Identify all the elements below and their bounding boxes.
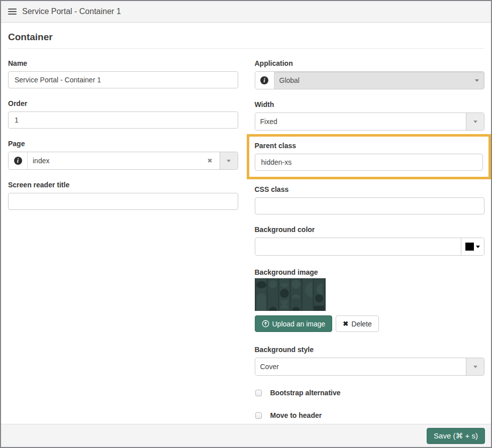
chevron-down-icon — [227, 160, 231, 162]
css-class-label: CSS class — [255, 185, 485, 193]
width-value: Fixed — [255, 113, 466, 130]
bootstrap-alternative-checkbox[interactable] — [255, 390, 262, 396]
application-select: Global — [274, 72, 484, 89]
container-edit-modal: Service Portal - Container 1 Container N… — [0, 0, 492, 448]
width-select[interactable]: Fixed — [255, 113, 485, 131]
delete-label: Delete — [351, 320, 371, 328]
order-input[interactable] — [8, 111, 238, 129]
chevron-down-icon — [476, 246, 480, 248]
field-application: Application i Global — [255, 59, 485, 89]
width-value-text: Fixed — [260, 118, 277, 126]
background-color-label: Background color — [255, 226, 485, 234]
modal-footer: Save (⌘ + s) — [1, 424, 491, 447]
field-background-color: Background color — [255, 226, 485, 256]
application-info-addon[interactable]: i — [255, 72, 274, 89]
background-image-thumbnail — [255, 278, 326, 311]
page-dropdown-button[interactable] — [220, 152, 238, 169]
heading-divider — [8, 48, 484, 49]
move-to-header-row: Move to header — [255, 411, 485, 419]
field-order: Order — [8, 99, 238, 129]
screen-reader-title-label: Screen reader title — [8, 181, 238, 189]
window-title: Service Portal - Container 1 — [22, 7, 121, 16]
background-style-dropdown-button[interactable] — [466, 358, 484, 375]
move-to-header-checkbox[interactable] — [255, 412, 262, 419]
chevron-down-icon — [475, 79, 479, 82]
color-swatch — [465, 243, 474, 251]
form-content: Container Name Order Page i — [1, 23, 491, 424]
left-column: Name Order Page i index ✖ — [8, 59, 238, 424]
delete-x-icon: ✖ — [343, 320, 348, 327]
chevron-down-icon — [473, 366, 477, 368]
color-picker-button[interactable] — [461, 238, 484, 255]
titlebar: Service Portal - Container 1 — [1, 1, 491, 23]
application-value-text: Global — [279, 76, 300, 84]
field-background-style: Background style Cover — [255, 346, 485, 376]
info-icon: i — [14, 157, 22, 165]
background-style-select[interactable]: Cover — [255, 358, 485, 376]
chevron-down-icon — [473, 121, 477, 123]
application-label: Application — [255, 59, 485, 67]
background-style-label: Background style — [255, 346, 485, 354]
background-image-actions: Upload an image ✖Delete — [255, 315, 485, 332]
hamburger-menu-icon[interactable] — [8, 9, 17, 15]
name-input[interactable] — [8, 71, 238, 88]
delete-image-button[interactable]: ✖Delete — [336, 315, 378, 332]
upload-image-button[interactable]: Upload an image — [255, 315, 333, 332]
parent-class-highlight: Parent class — [247, 134, 491, 179]
info-icon: i — [260, 76, 268, 84]
page-info-addon[interactable]: i — [9, 152, 28, 169]
field-screen-reader-title: Screen reader title — [8, 181, 238, 210]
move-to-header-label: Move to header — [270, 411, 322, 419]
screen-reader-title-input[interactable] — [8, 193, 238, 210]
order-label: Order — [8, 99, 238, 107]
bootstrap-alternative-label: Bootstrap alternative — [270, 389, 341, 397]
upload-image-label: Upload an image — [272, 320, 326, 328]
background-style-value: Cover — [255, 358, 466, 375]
clear-page-icon[interactable]: ✖ — [205, 158, 214, 164]
background-color-input[interactable] — [255, 238, 461, 255]
save-button[interactable]: Save (⌘ + s) — [427, 428, 485, 444]
page-title: Container — [8, 32, 484, 43]
right-column: Application i Global Width — [255, 59, 485, 424]
name-label: Name — [8, 59, 238, 67]
page-reference-group: i index ✖ — [8, 152, 238, 170]
upload-icon — [262, 320, 269, 327]
field-width: Width Fixed — [255, 100, 485, 131]
application-group: i Global — [255, 71, 485, 89]
field-background-image: Background image — [255, 268, 485, 332]
field-css-class: CSS class — [255, 185, 485, 214]
page-label: Page — [8, 140, 238, 148]
field-page: Page i index ✖ — [8, 140, 238, 170]
background-color-group — [255, 238, 485, 256]
width-label: Width — [255, 100, 485, 108]
css-class-input[interactable] — [255, 197, 485, 214]
width-dropdown-button[interactable] — [466, 113, 484, 130]
parent-class-input[interactable] — [255, 154, 483, 171]
background-image-label: Background image — [255, 268, 485, 276]
page-reference-value[interactable]: index ✖ — [28, 152, 220, 169]
background-style-value-text: Cover — [260, 363, 279, 371]
bootstrap-alternative-row: Bootstrap alternative — [255, 389, 485, 397]
field-name: Name — [8, 59, 238, 88]
page-value-text: index — [33, 157, 49, 165]
field-parent-class: Parent class — [255, 142, 483, 171]
parent-class-label: Parent class — [255, 142, 483, 150]
